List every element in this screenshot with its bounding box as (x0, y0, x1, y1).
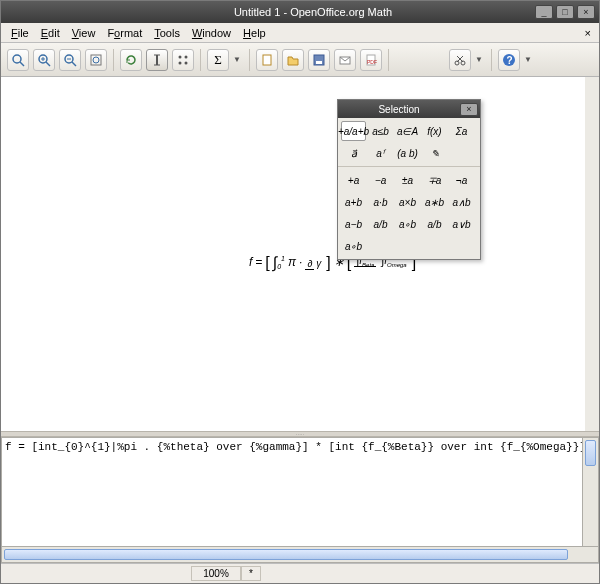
menu-help[interactable]: Help (237, 25, 272, 41)
selection-item-1[interactable]: −a (368, 170, 393, 190)
document-close-button[interactable]: × (581, 27, 595, 39)
save-button[interactable] (308, 49, 330, 71)
selection-category-others[interactable]: aᶠ (368, 143, 393, 163)
selection-panel-title: Selection (338, 104, 460, 115)
selection-category-attributes[interactable]: a⃗ (341, 143, 366, 163)
svg-rect-18 (263, 55, 271, 65)
selection-item-9[interactable]: a∧b (449, 192, 474, 212)
selection-item-14[interactable]: a∨b (449, 214, 474, 234)
menu-tools[interactable]: Tools (148, 25, 186, 41)
menu-window[interactable]: Window (186, 25, 237, 41)
editor-area (1, 437, 599, 547)
svg-line-7 (72, 62, 76, 66)
selection-items-grid: +a−a±a∓a¬aa+ba·ba×ba∗ba∧ba−ba/ba∘ba/ba∨b… (338, 167, 480, 259)
new-button[interactable] (256, 49, 278, 71)
svg-point-0 (13, 55, 21, 63)
zoom-100-button[interactable] (7, 49, 29, 71)
menu-view[interactable]: View (66, 25, 102, 41)
selection-item-12[interactable]: a∘b (395, 214, 420, 234)
editor-hscrollbar[interactable] (1, 547, 599, 563)
selection-item-3[interactable]: ∓a (422, 170, 447, 190)
selection-item-7[interactable]: a×b (395, 192, 420, 212)
svg-rect-20 (316, 61, 322, 64)
selection-panel-titlebar[interactable]: Selection × (338, 100, 480, 118)
selection-item-8[interactable]: a∗b (422, 192, 447, 212)
svg-text:?: ? (507, 55, 513, 66)
preview-canvas: f = [ ∫01 π · ∂γ ] ∗ [ ∫fBeta ∫fOmega ] … (1, 77, 599, 431)
svg-line-3 (46, 62, 50, 66)
selection-item-4[interactable]: ¬a (449, 170, 474, 190)
selection-category-relations[interactable]: a≤b (368, 121, 393, 141)
zoom-out-button[interactable] (59, 49, 81, 71)
zoom-indicator[interactable]: 100% (191, 566, 241, 581)
catalog-button[interactable]: Σ (207, 49, 229, 71)
svg-text:PDF: PDF (367, 59, 377, 65)
selection-category-set-ops[interactable]: a∈A (395, 121, 420, 141)
selection-panel-close-button[interactable]: × (460, 103, 478, 116)
minimize-button[interactable]: _ (535, 5, 553, 19)
app-window: Untitled 1 - OpenOffice.org Math _ □ × F… (0, 0, 600, 584)
menu-edit[interactable]: Edit (35, 25, 66, 41)
window-title: Untitled 1 - OpenOffice.org Math (91, 6, 535, 18)
selection-category-operators[interactable]: Σa (449, 121, 474, 141)
mail-button[interactable] (334, 49, 356, 71)
selection-category-unary-binary[interactable]: +a/a+b (341, 121, 366, 141)
selection-category-formats[interactable]: ✎ (422, 143, 447, 163)
svg-line-1 (20, 62, 24, 66)
selection-item-11[interactable]: a/b (368, 214, 393, 234)
selection-item-5[interactable]: a+b (341, 192, 366, 212)
selection-panel[interactable]: Selection × +a/a+ba≤ba∈Af(x)Σaa⃗aᶠ(a b)✎… (337, 99, 481, 260)
zoom-all-button[interactable] (85, 49, 107, 71)
modified-indicator: * (241, 566, 261, 581)
help-button[interactable]: ? (498, 49, 520, 71)
zoom-in-button[interactable] (33, 49, 55, 71)
open-button[interactable] (282, 49, 304, 71)
svg-point-10 (93, 57, 99, 63)
cut-button[interactable] (449, 49, 471, 71)
selection-item-10[interactable]: a−b (341, 214, 366, 234)
catalog-dropdown[interactable]: ▼ (233, 55, 243, 64)
selection-category-brackets[interactable]: (a b) (395, 143, 420, 163)
maximize-button[interactable]: □ (556, 5, 574, 19)
selection-category-grid: +a/a+ba≤ba∈Af(x)Σaa⃗aᶠ(a b)✎ (338, 118, 480, 167)
cut-dropdown[interactable]: ▼ (475, 55, 485, 64)
menu-format[interactable]: Format (101, 25, 148, 41)
close-button[interactable]: × (577, 5, 595, 19)
menubar: FFileile Edit View Format Tools Window H… (1, 23, 599, 43)
refresh-button[interactable] (120, 49, 142, 71)
selection-item-15[interactable]: a∘b (341, 236, 366, 256)
svg-point-14 (179, 55, 182, 58)
titlebar: Untitled 1 - OpenOffice.org Math _ □ × (1, 1, 599, 23)
formula-cursor-button[interactable] (146, 49, 168, 71)
formula-editor[interactable] (1, 437, 583, 547)
svg-point-17 (185, 61, 188, 64)
symbols-button[interactable] (172, 49, 194, 71)
selection-item-2[interactable]: ±a (395, 170, 420, 190)
selection-item-0[interactable]: +a (341, 170, 366, 190)
selection-item-6[interactable]: a·b (368, 192, 393, 212)
svg-point-16 (179, 61, 182, 64)
editor-vscrollbar[interactable] (583, 437, 599, 547)
toolbar: Σ ▼ PDF ▼ ? ▼ (1, 43, 599, 77)
selection-category-functions[interactable]: f(x) (422, 121, 447, 141)
svg-point-15 (185, 55, 188, 58)
menu-file[interactable]: FFileile (5, 25, 35, 41)
selection-item-13[interactable]: a/b (422, 214, 447, 234)
statusbar: 100% * (1, 563, 599, 583)
export-pdf-button[interactable]: PDF (360, 49, 382, 71)
help-dropdown[interactable]: ▼ (524, 55, 534, 64)
